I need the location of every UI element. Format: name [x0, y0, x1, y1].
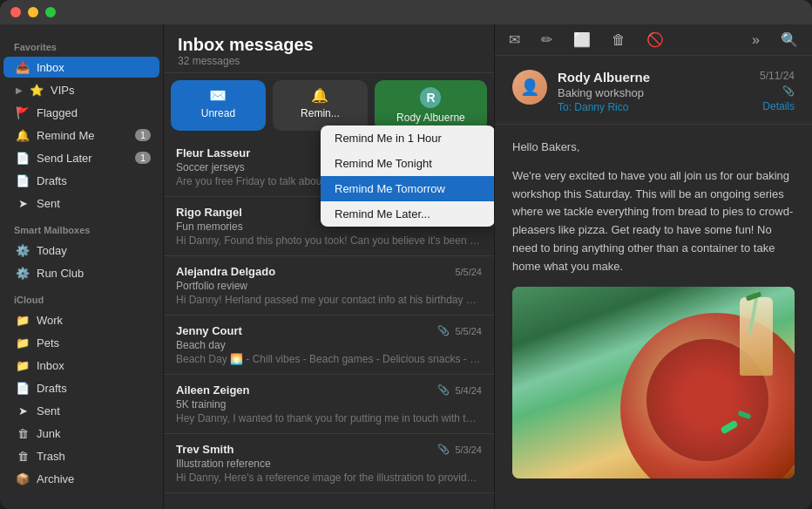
attachment-icon: 📎 — [437, 444, 450, 455]
sidebar-item-flagged-label: Flagged — [37, 106, 151, 119]
minimize-button[interactable] — [28, 7, 38, 17]
email-greeting: Hello Bakers, — [512, 139, 795, 157]
sidebar-item-pets[interactable]: 📁 Pets — [3, 332, 159, 353]
attachment-icon: 📎 — [437, 325, 450, 336]
titlebar — [0, 0, 812, 24]
message-sender: Alejandra Delgado — [176, 265, 275, 278]
flag-icon: 🚩 — [16, 105, 30, 119]
remind-filter-button[interactable]: 🔔 Remin... — [273, 80, 368, 131]
message-sender: Jenny Court — [176, 324, 242, 337]
sidebar-item-icloud-sent-label: Sent — [37, 404, 151, 417]
details-link[interactable]: Details — [762, 100, 795, 112]
sidebar: Favorites 📥 Inbox ▶ ⭐ VIPs 🚩 Flagged 🔔 R… — [0, 24, 164, 509]
inbox-icon: 📥 — [16, 60, 30, 74]
sidebar-item-flagged[interactable]: 🚩 Flagged — [3, 102, 159, 123]
pets-folder-icon: 📁 — [16, 336, 30, 350]
sidebar-item-runclub-label: Run Club — [37, 267, 151, 280]
message-item-alejandra[interactable]: Alejandra Delgado 5/5/24 Portfolio revie… — [164, 256, 494, 316]
message-preview: Beach Day 🌅 - Chill vibes - Beach games … — [176, 353, 482, 365]
sidebar-item-remind-me[interactable]: 🔔 Remind Me 1 — [3, 125, 159, 146]
rody-filter-label: Rody Albuerne — [396, 112, 465, 124]
bell-icon: 🔔 — [16, 128, 30, 142]
archive-button[interactable]: ⬜ — [570, 30, 594, 50]
sidebar-item-vips-label: VIPs — [51, 84, 151, 97]
chevron-icon: ▶ — [16, 85, 23, 95]
sendlater-badge: 1 — [135, 152, 151, 164]
icloud-drafts-icon: 📄 — [16, 381, 30, 395]
email-date-area: 5/11/24 📎 Details — [760, 70, 795, 112]
drafts-icon: 📄 — [16, 173, 30, 187]
sidebar-item-run-club[interactable]: ⚙️ Run Club — [3, 262, 159, 283]
message-sender: Trev Smith — [176, 443, 233, 456]
to-label: To: — [558, 101, 572, 113]
more-button[interactable]: » — [748, 31, 763, 50]
junk-button[interactable]: 🚫 — [643, 30, 667, 50]
compose-button[interactable]: ✉ — [505, 30, 524, 50]
remind-later-option[interactable]: Remind Me Later... — [321, 201, 495, 227]
run-club-icon: ⚙️ — [16, 266, 30, 280]
unread-filter-button[interactable]: ✉️ Unread — [171, 80, 266, 131]
message-row-header: Alejandra Delgado 5/5/24 — [176, 265, 482, 278]
remind-tomorrow-option[interactable]: Remind Me Tomorrow — [321, 176, 495, 201]
remind-tonight-option[interactable]: Remind Me Tonight — [321, 151, 495, 176]
email-subject: Baking workshop — [558, 86, 749, 99]
message-date: 5/3/24 — [455, 445, 482, 455]
message-preview: Hi Danny, Here's a reference image for t… — [176, 472, 482, 484]
delete-button[interactable]: 🗑 — [608, 31, 629, 50]
message-sender: Fleur Lasseur — [176, 146, 250, 159]
message-sender: Rigo Rangel — [176, 206, 242, 219]
message-subject: 5K training — [176, 398, 482, 411]
remind-filter-icon: 🔔 — [311, 87, 328, 104]
rody-filter-button[interactable]: R Rody Albuerne — [375, 80, 487, 131]
sidebar-item-vips[interactable]: ▶ ⭐ VIPs — [3, 79, 159, 100]
message-item-jenny[interactable]: Jenny Court 📎 5/5/24 Beach day Beach Day… — [164, 316, 494, 375]
email-date: 5/11/24 — [760, 70, 795, 82]
close-button[interactable] — [10, 7, 21, 17]
icloud-section-label: iCloud — [0, 284, 163, 309]
sidebar-item-drafts[interactable]: 📄 Drafts — [3, 170, 159, 191]
sidebar-item-work-label: Work — [37, 314, 151, 327]
sidebar-item-inbox-label: Inbox — [37, 61, 151, 74]
edit-button[interactable]: ✏ — [538, 30, 556, 50]
remind-hour-option[interactable]: Remind Me in 1 Hour — [321, 126, 495, 151]
search-button[interactable]: 🔍 — [777, 30, 802, 50]
inbox-title: Inbox messages — [178, 35, 480, 55]
sidebar-item-icloud-inbox-label: Inbox — [37, 359, 151, 372]
sidebar-item-icloud-drafts-label: Drafts — [37, 382, 151, 395]
trash-icon: 🗑 — [16, 449, 30, 463]
sidebar-item-junk[interactable]: 🗑 Junk — [3, 423, 159, 444]
unread-filter-label: Unread — [201, 107, 235, 119]
sidebar-item-today[interactable]: ⚙️ Today — [3, 240, 159, 261]
sidebar-item-work[interactable]: 📁 Work — [3, 309, 159, 330]
unread-filter-icon: ✉️ — [209, 87, 227, 104]
maximize-button[interactable] — [45, 7, 56, 17]
sidebar-item-send-later[interactable]: 📄 Send Later 1 — [3, 147, 159, 168]
sent-icon: ➤ — [16, 196, 30, 210]
detail-pane: ✉ ✏ ⬜ 🗑 🚫 » 🔍 👤 Rody Albuerne Baking wor… — [495, 24, 812, 509]
message-date: 5/5/24 — [455, 326, 482, 336]
doc-icon: 📄 — [16, 151, 30, 165]
email-body-text: We're very excited to have you all join … — [512, 167, 795, 276]
sidebar-item-icloud-sent[interactable]: ➤ Sent — [3, 400, 159, 421]
message-item-aileen[interactable]: Aileen Zeigen 📎 5/4/24 5K training Hey D… — [164, 375, 494, 434]
sidebar-item-trash[interactable]: 🗑 Trash — [3, 445, 159, 466]
smart-mailboxes-label: Smart Mailboxes — [0, 214, 163, 239]
sidebar-item-sent-label: Sent — [37, 197, 151, 210]
email-sender: Rody Albuerne — [558, 70, 749, 85]
sidebar-item-sent[interactable]: ➤ Sent — [3, 193, 159, 214]
message-row-header: Trev Smith 📎 5/3/24 — [176, 443, 482, 456]
email-image — [512, 287, 795, 478]
icloud-inbox-icon: 📁 — [16, 358, 30, 372]
message-item-trev[interactable]: Trev Smith 📎 5/3/24 Illustration referen… — [164, 434, 494, 493]
sidebar-item-inbox[interactable]: 📥 Inbox — [3, 57, 159, 78]
remind-filter-label: Remin... — [301, 107, 340, 119]
sidebar-item-icloud-drafts[interactable]: 📄 Drafts — [3, 377, 159, 398]
message-list-header: Inbox messages 32 messages — [164, 24, 494, 73]
message-date: 5/5/24 — [455, 267, 482, 277]
sidebar-item-remind-label: Remind Me — [37, 129, 128, 142]
message-date: 5/4/24 — [455, 385, 482, 396]
main-window: Favorites 📥 Inbox ▶ ⭐ VIPs 🚩 Flagged 🔔 R… — [0, 0, 812, 509]
sidebar-item-icloud-inbox[interactable]: 📁 Inbox — [3, 355, 159, 376]
favorites-section-label: Favorites — [0, 31, 163, 56]
sidebar-item-archive[interactable]: 📦 Archive — [3, 468, 159, 489]
